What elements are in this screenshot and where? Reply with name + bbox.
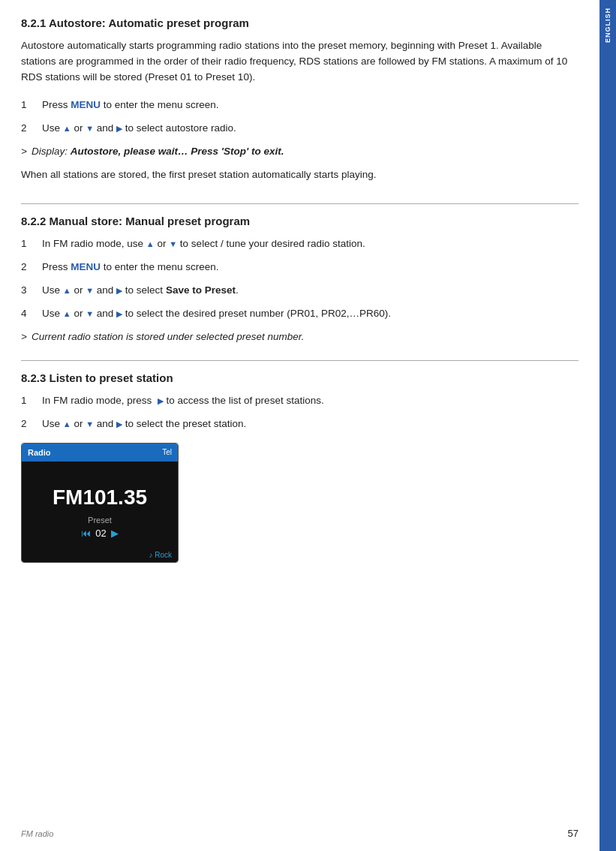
- page-container: 8.2.1 Autostore: Automatic preset progra…: [0, 0, 616, 851]
- footer-section-label: FM radio: [21, 829, 53, 838]
- section-822-title: 8.2.2 Manual store: Manual preset progra…: [21, 215, 578, 227]
- step-number: 2: [21, 416, 42, 432]
- step-822-4: 4 Use ▲ or ▼ and ▶ to select the desired…: [21, 306, 578, 322]
- arrow-right-icon: ▶: [116, 284, 122, 297]
- arrow-down-icon: ▼: [169, 238, 177, 251]
- arrow-right-icon: ▶: [116, 122, 122, 135]
- display-arrow: >: [21, 144, 32, 160]
- step-number: 1: [21, 236, 42, 252]
- step-content: In FM radio mode, press ▶ to access the …: [42, 393, 578, 409]
- screen-header-icon: Tel: [162, 448, 172, 456]
- step-number: 3: [21, 283, 42, 299]
- step-content: Use ▲ or ▼ and ▶ to select the desired p…: [42, 306, 578, 322]
- step-content: Press MENU to enter the menu screen.: [42, 260, 578, 275]
- step-822-3: 3 Use ▲ or ▼ and ▶ to select Save to Pre…: [21, 283, 578, 299]
- menu-label: MENU: [71, 99, 101, 110]
- arrow-up-icon: ▲: [63, 284, 71, 297]
- step-number: 2: [21, 121, 42, 137]
- step-content: Press MENU to enter the menu screen.: [42, 98, 578, 113]
- arrow-up-icon: ▲: [63, 308, 71, 320]
- screen-preset-label: Preset: [88, 516, 112, 525]
- arrow-right-icon: ▶: [158, 395, 164, 407]
- menu-label: MENU: [71, 261, 101, 272]
- section-823-steps: 1 In FM radio mode, press ▶ to access th…: [21, 393, 578, 432]
- arrow-up-icon: ▲: [63, 122, 71, 135]
- step-822-1: 1 In FM radio mode, use ▲ or ▼ to select…: [21, 236, 578, 252]
- page-footer: FM radio 57: [21, 828, 578, 839]
- step-823-1: 1 In FM radio mode, press ▶ to access th…: [21, 393, 578, 409]
- section-821-intro: Autostore automatically starts programmi…: [21, 38, 578, 86]
- step-content: Use ▲ or ▼ and ▶ to select Save to Prese…: [42, 283, 578, 299]
- prev-preset-icon: ⏮: [81, 528, 91, 539]
- section-822: 8.2.2 Manual store: Manual preset progra…: [21, 215, 578, 353]
- screen-header-title: Radio: [28, 448, 51, 457]
- display-text-822: Current radio station is stored under se…: [32, 329, 304, 345]
- arrow-down-icon: ▼: [86, 122, 94, 135]
- section-821-steps: 1 Press MENU to enter the menu screen. 2…: [21, 98, 578, 137]
- step-822-2: 2 Press MENU to enter the menu screen.: [21, 260, 578, 275]
- display-line-822: > Current radio station is stored under …: [21, 329, 578, 345]
- display-line-821: > Display: Autostore, please wait… Press…: [21, 144, 578, 160]
- display-text-821: Display: Autostore, please wait… Press '…: [32, 144, 284, 160]
- divider-1: [21, 203, 578, 204]
- main-content: 8.2.1 Autostore: Automatic preset progra…: [0, 0, 599, 851]
- screen-header: Radio Tel: [22, 444, 178, 462]
- screen-rock-label: ♪ Rock: [149, 551, 172, 559]
- arrow-right-icon: ▶: [116, 308, 122, 320]
- arrow-up-icon: ▲: [146, 238, 155, 251]
- step-number: 2: [21, 260, 42, 275]
- arrow-down-icon: ▼: [86, 284, 94, 297]
- section-821-title: 8.2.1 Autostore: Automatic preset progra…: [21, 17, 578, 29]
- footer-page-number: 57: [568, 828, 578, 839]
- section-821: 8.2.1 Autostore: Automatic preset progra…: [21, 17, 578, 196]
- screen-preset-number: 02: [95, 528, 106, 539]
- divider-2: [21, 360, 578, 361]
- step-number: 1: [21, 393, 42, 409]
- arrow-down-icon: ▼: [86, 418, 94, 431]
- language-sidebar: ENGLISH: [599, 0, 616, 851]
- step-content: Use ▲ or ▼ and ▶ to select the preset st…: [42, 416, 578, 432]
- step-content: In FM radio mode, use ▲ or ▼ to select /…: [42, 236, 578, 252]
- screen-body: FM101.35 Preset ⏮ 02 ▶ ♪ Rock: [22, 462, 178, 563]
- step-821-1: 1 Press MENU to enter the menu screen.: [21, 98, 578, 113]
- step-821-2: 2 Use ▲ or ▼ and ▶ to select autostore r…: [21, 121, 578, 137]
- step-823-2: 2 Use ▲ or ▼ and ▶ to select the preset …: [21, 416, 578, 432]
- arrow-right-icon: ▶: [116, 418, 122, 431]
- section-823: 8.2.3 Listen to preset station 1 In FM r…: [21, 371, 578, 563]
- screen-preset-controls: ⏮ 02 ▶: [81, 528, 118, 539]
- arrow-up-icon: ▲: [63, 418, 71, 431]
- step-number: 4: [21, 306, 42, 322]
- next-preset-icon: ▶: [111, 528, 119, 539]
- step-number: 1: [21, 98, 42, 113]
- display-arrow: >: [21, 329, 32, 345]
- section-822-steps: 1 In FM radio mode, use ▲ or ▼ to select…: [21, 236, 578, 322]
- screen-frequency: FM101.35: [53, 486, 147, 510]
- arrow-down-icon: ▼: [86, 308, 94, 320]
- language-label: ENGLISH: [604, 8, 611, 43]
- step-content: Use ▲ or ▼ and ▶ to select autostore rad…: [42, 121, 578, 137]
- section-823-title: 8.2.3 Listen to preset station: [21, 371, 578, 384]
- when-text-821: When all stations are stored, the first …: [21, 167, 578, 183]
- radio-screen: Radio Tel FM101.35 Preset ⏮ 02 ▶ ♪ Rock: [21, 443, 179, 563]
